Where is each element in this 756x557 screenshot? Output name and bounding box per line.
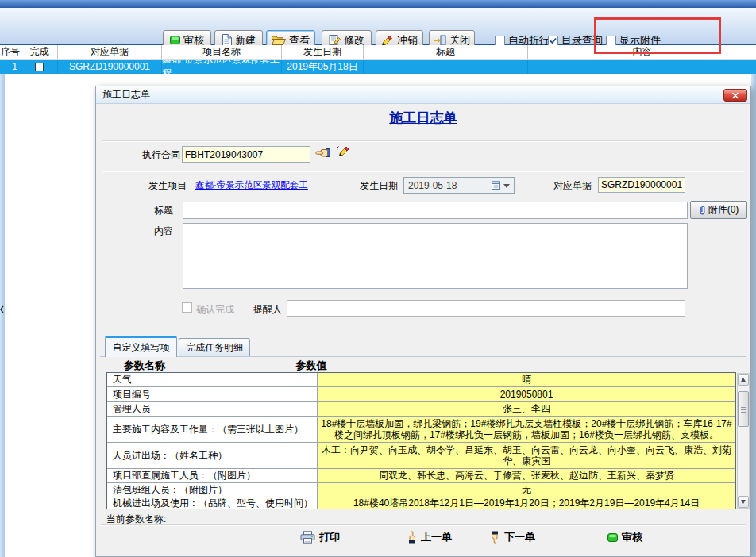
catalog-query-checkbox-box[interactable] bbox=[548, 36, 558, 46]
arrow-up-icon bbox=[741, 378, 746, 382]
dialog-title: 施工日志单 bbox=[102, 88, 150, 102]
paperclip-icon bbox=[699, 205, 706, 216]
attachment-button[interactable]: 附件(0) bbox=[690, 201, 747, 219]
param-value[interactable]: 晴 bbox=[318, 373, 735, 386]
scroll-up-button[interactable] bbox=[738, 374, 749, 386]
param-scrollbar[interactable] bbox=[737, 373, 750, 509]
footer-separator bbox=[101, 524, 746, 526]
param-row: 机械进出场及使用：（品牌、型号、使用时间） 18#楼40塔吊2018年12月1日… bbox=[107, 497, 735, 509]
previous-record-button-label: 上一单 bbox=[421, 530, 452, 544]
col-header-date[interactable]: 发生日期 bbox=[282, 45, 364, 59]
collapse-panel-arrow[interactable] bbox=[0, 305, 5, 314]
row-seq: 1 bbox=[0, 60, 21, 74]
param-value[interactable]: 无 bbox=[318, 483, 735, 497]
dropdown-arrow-icon bbox=[503, 184, 510, 191]
param-name: 天气 bbox=[107, 373, 318, 386]
print-button[interactable]: 打印 bbox=[300, 528, 340, 547]
param-value[interactable]: 2019050801 bbox=[318, 387, 735, 401]
param-value[interactable]: 周双龙、韩长忠、高海云、于修营、张麦秋、赵边防、王新兴、秦梦贤 bbox=[318, 469, 735, 482]
row-doc-no: SGRZD190000001 bbox=[58, 60, 162, 74]
param-row: 人员进出场：（姓名工种） 木工：向尹贺、向玉成、胡令学、吕延东、胡玉、向云雷、向… bbox=[107, 443, 735, 469]
param-name: 项目部直属施工人员：（附图片） bbox=[107, 469, 318, 482]
next-record-button[interactable]: 下一单 bbox=[490, 528, 535, 547]
doc-input[interactable] bbox=[598, 177, 685, 193]
row-date: 2019年05月18日 bbox=[282, 60, 364, 74]
tab-custom-fields-label: 自定义填写项 bbox=[113, 341, 170, 355]
param-row: 管理人员 张三、李四 bbox=[107, 402, 735, 417]
param-value[interactable]: 18#楼40塔吊2018年12月1日—2019年1月20日；2019年2月19日… bbox=[318, 497, 735, 509]
print-button-label: 打印 bbox=[319, 530, 340, 544]
sign-pencil-icon bbox=[336, 145, 351, 157]
row-title bbox=[364, 60, 528, 74]
contract-pick-button[interactable] bbox=[315, 148, 330, 158]
previous-record-button[interactable]: 上一单 bbox=[407, 528, 452, 547]
param-row: 清包班组人员：（附图片） 无 bbox=[107, 483, 735, 497]
contract-input[interactable] bbox=[182, 146, 310, 163]
writeoff-pen-icon bbox=[381, 35, 394, 46]
row-project: 鑫都·帝景示范区景观配套工程 bbox=[162, 60, 282, 74]
tab-custom-fields[interactable]: 自定义填写项 bbox=[105, 336, 177, 357]
approve-footer-button-label: 审核 bbox=[622, 530, 642, 544]
param-name: 人员进出场：（姓名工种） bbox=[107, 443, 318, 468]
reminder-label: 提醒人 bbox=[249, 303, 282, 317]
title-input[interactable] bbox=[183, 202, 688, 219]
tab-completed-tasks-label: 完成任务明细 bbox=[186, 341, 243, 355]
date-picker[interactable]: 2019-05-18 bbox=[403, 177, 515, 194]
param-name: 主要施工内容及工作量：（需三张以上图片） bbox=[107, 417, 318, 442]
col-header-content[interactable]: 内容 bbox=[528, 45, 756, 59]
scroll-thumb[interactable] bbox=[738, 391, 749, 427]
scroll-down-button[interactable] bbox=[738, 496, 749, 508]
show-attachment-checkbox-box[interactable] bbox=[606, 36, 616, 46]
calendar-icon bbox=[492, 181, 500, 190]
autowrap-checkbox-box[interactable] bbox=[495, 36, 505, 46]
printer-icon bbox=[300, 531, 315, 544]
chevron-left-icon bbox=[0, 305, 4, 313]
col-header-done[interactable]: 完成 bbox=[21, 45, 58, 59]
reminder-input[interactable] bbox=[287, 300, 685, 317]
construction-log-dialog: 施工日志单 施工日志单 执行合同 发生项目 鑫都·帝景示范区景观配套工 发生日期… bbox=[95, 86, 751, 557]
param-value[interactable]: 张三、李四 bbox=[318, 402, 735, 416]
param-row: 项目部直属施工人员：（附图片） 周双龙、韩长忠、高海云、于修营、张麦秋、赵边防、… bbox=[107, 469, 735, 483]
col-header-title[interactable]: 标题 bbox=[364, 45, 528, 59]
form-heading: 施工日志单 bbox=[96, 109, 750, 127]
param-value-header: 参数值 bbox=[276, 359, 347, 371]
approve-footer-button[interactable]: 审核 bbox=[608, 528, 642, 547]
param-value[interactable]: 18#楼十层墙板加固，绑扎梁钢筋；19#楼绑扎九层支墙柱模板；20#楼十层绑扎钢… bbox=[318, 417, 735, 442]
col-header-seq[interactable]: 序号 bbox=[0, 45, 21, 59]
next-record-button-label: 下一单 bbox=[504, 530, 535, 544]
param-name: 清包班组人员：（附图片） bbox=[107, 483, 318, 497]
left-edge-strip bbox=[0, 74, 5, 557]
dialog-titlebar[interactable]: 施工日志单 bbox=[96, 86, 750, 104]
param-row: 项目编号 2019050801 bbox=[107, 387, 735, 402]
open-folder-icon bbox=[272, 35, 286, 45]
toolbar: 审核 新建 查看 修改 冲销 关闭 自动折行 目录查询 显示附件 bbox=[0, 8, 756, 45]
approve-icon bbox=[608, 533, 618, 542]
confirm-complete-checkbox[interactable] bbox=[182, 302, 192, 313]
pointing-hand-icon bbox=[315, 148, 330, 158]
project-link[interactable]: 鑫都·帝景示范区景观配套工 bbox=[195, 179, 314, 191]
param-name: 项目编号 bbox=[107, 387, 318, 401]
col-header-project[interactable]: 项目名称 bbox=[162, 45, 282, 59]
table-row[interactable]: 1 SGRZD190000001 鑫都·帝景示范区景观配套工程 2019年05月… bbox=[0, 60, 756, 74]
hand-up-icon bbox=[407, 531, 417, 544]
param-row: 主要施工内容及工作量：（需三张以上图片） 18#楼十层墙板加固，绑扎梁钢筋；19… bbox=[107, 417, 735, 443]
window-titlebar bbox=[0, 0, 756, 8]
param-name: 管理人员 bbox=[107, 402, 318, 416]
date-label: 发生日期 bbox=[349, 179, 398, 193]
dialog-close-button[interactable] bbox=[723, 89, 747, 102]
tab-completed-tasks[interactable]: 完成任务明细 bbox=[179, 338, 250, 357]
hand-down-icon bbox=[490, 531, 500, 544]
param-row: 天气 晴 bbox=[107, 373, 735, 387]
check-icon bbox=[550, 37, 557, 44]
row-done-cell bbox=[21, 60, 58, 74]
separator bbox=[102, 171, 744, 172]
content-label: 内容 bbox=[151, 225, 173, 238]
col-header-doc[interactable]: 对应单据 bbox=[58, 45, 162, 59]
content-textarea[interactable] bbox=[183, 223, 688, 289]
param-table: 天气 晴 项目编号 2019050801 管理人员 张三、李四 主要施工内容及工… bbox=[106, 372, 736, 509]
new-doc-icon bbox=[222, 34, 232, 46]
contract-sign-button[interactable] bbox=[336, 145, 351, 157]
row-complete-checkbox[interactable] bbox=[35, 63, 44, 71]
list-header: 序号 完成 对应单据 项目名称 发生日期 标题 内容 bbox=[0, 45, 756, 60]
param-value[interactable]: 木工：向尹贺、向玉成、胡令学、吕延东、胡玉、向云雷、向云龙、向小奎、向云飞、康浩… bbox=[318, 443, 735, 468]
